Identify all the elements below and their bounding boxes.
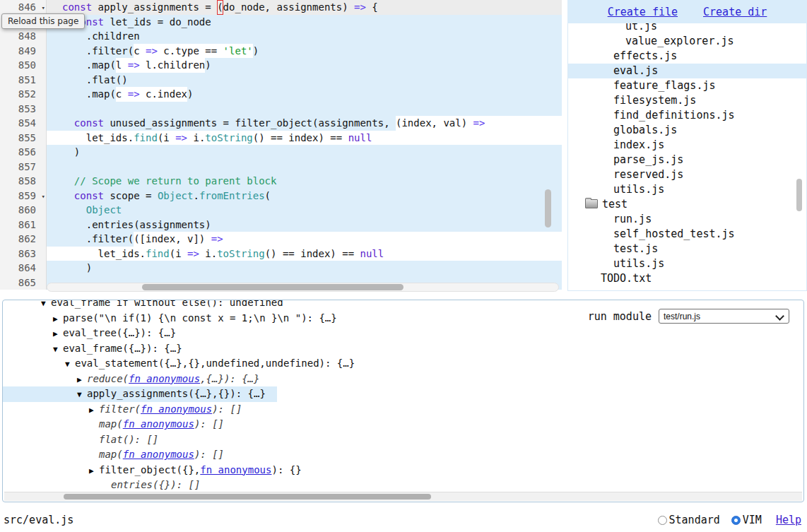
code-text[interactable]: .filter(c => c.type == 'let') <box>47 44 562 59</box>
code-line[interactable]: 864 ) <box>0 261 562 276</box>
fn-anonymous-link[interactable]: fn anonymous <box>123 418 194 430</box>
code-line[interactable]: 852 .map(c => c.index) <box>0 87 562 102</box>
fold-marker-icon[interactable]: ▾ <box>42 189 45 204</box>
file-item[interactable]: parse_js.js <box>568 153 806 167</box>
radio-vim[interactable] <box>731 516 741 525</box>
code-line[interactable]: 859▾ const scope = Object.fromEntries( <box>0 189 562 203</box>
code-text[interactable]: .filter(([index, v]) => <box>47 232 562 247</box>
file-item[interactable]: index.js <box>568 138 806 153</box>
code-text[interactable] <box>47 160 562 175</box>
file-item[interactable]: effects.js <box>568 49 806 64</box>
expand-icon[interactable]: ▶ <box>53 326 63 342</box>
code-line[interactable]: 849 .filter(c => c.type == 'let') <box>0 44 562 59</box>
code-line[interactable]: 860 Object <box>0 203 562 218</box>
call-tree-row[interactable]: ▶filter(fn anonymous): [] <box>3 402 253 418</box>
radio-standard[interactable] <box>658 516 667 525</box>
code-editor[interactable]: 846▾const apply_assignments = (do_node, … <box>0 0 562 295</box>
run-module-select[interactable]: test/run.js <box>659 309 789 324</box>
code-line[interactable]: 846▾const apply_assignments = (do_node, … <box>0 0 562 15</box>
code-text[interactable]: const scope = Object.fromEntries( <box>47 189 562 203</box>
code-line[interactable]: 863 let_ids.find(i => i.toString() == in… <box>0 247 562 261</box>
fn-anonymous-link[interactable]: fn anonymous <box>141 403 212 415</box>
call-tree-row[interactable]: ▼apply_assignments({…},{}): {…} <box>3 386 277 402</box>
call-tree-row[interactable]: entries({}): [] <box>3 478 211 493</box>
create-dir-link[interactable]: Create dir <box>703 6 767 18</box>
file-item[interactable]: find_definitions.js <box>568 108 806 123</box>
file-item[interactable]: TODO.txt <box>568 271 806 286</box>
collapse-icon[interactable]: ▼ <box>53 342 63 357</box>
file-item[interactable]: value_explorer.js <box>568 34 806 49</box>
expand-icon[interactable]: ▶ <box>89 463 99 479</box>
code-text[interactable]: .map(l => l.children) <box>47 58 562 73</box>
code-line[interactable]: 853 <box>0 102 562 117</box>
code-text[interactable]: .children <box>47 29 562 44</box>
file-item[interactable]: utils.js <box>568 256 806 271</box>
code-line[interactable]: 861 .entries(assignments) <box>0 218 562 232</box>
file-item[interactable]: feature_flags.js <box>568 78 806 93</box>
file-panel-scrollbar-thumb[interactable] <box>796 179 802 211</box>
expand-icon[interactable]: ▶ <box>89 403 99 418</box>
code-text[interactable]: ) <box>47 145 562 160</box>
code-line[interactable]: 856 ) <box>0 145 562 160</box>
code-text[interactable]: let_ids.find(i => i.toString() == index)… <box>47 247 562 261</box>
radio-standard-label[interactable]: Standard <box>669 514 720 526</box>
code-token: c.index <box>140 87 187 102</box>
call-tree-row[interactable]: ▼eval_statement({…},{},undefined,undefin… <box>3 356 366 372</box>
code-line[interactable]: 848 .children <box>0 29 562 44</box>
file-item[interactable]: self_hosted_test.js <box>568 227 806 242</box>
code-text[interactable]: .map(c => c.index) <box>47 87 562 102</box>
call-tree-horizontal-scrollbar-thumb[interactable] <box>64 494 431 500</box>
fn-anonymous-link[interactable]: fn anonymous <box>200 464 271 475</box>
file-item[interactable]: ut.js <box>568 23 806 34</box>
call-tree-row[interactable]: map(fn anonymous): [] <box>3 417 235 432</box>
call-tree-row[interactable]: ▼eval_frame if without else(): undefined <box>3 300 295 311</box>
expand-icon[interactable]: ▶ <box>77 372 87 388</box>
radio-vim-label[interactable]: VIM <box>743 514 762 526</box>
create-file-link[interactable]: Create file <box>608 6 678 18</box>
code-text[interactable]: const unused_assignments = filter_object… <box>47 116 562 131</box>
file-item[interactable]: reserved.js <box>568 167 806 182</box>
code-text[interactable]: const let_ids = do_node <box>47 15 562 30</box>
code-text[interactable]: .flat() <box>47 73 562 88</box>
editor-vertical-scrollbar-thumb[interactable] <box>545 189 551 227</box>
call-tree-row[interactable]: ▼eval_frame({…}): {…} <box>3 341 194 357</box>
code-text[interactable] <box>47 102 562 117</box>
code-line[interactable]: 858 // Scope we return to parent block <box>0 174 562 189</box>
call-tree-row[interactable]: ▶eval_tree({…}): {…} <box>3 326 187 341</box>
fn-anonymous-link[interactable]: fn anonymous <box>129 373 200 384</box>
editor-horizontal-scrollbar-thumb[interactable] <box>142 284 404 290</box>
code-line[interactable]: 854 const unused_assignments = filter_ob… <box>0 116 562 131</box>
collapse-icon[interactable]: ▼ <box>41 300 51 312</box>
help-link[interactable]: Help <box>776 514 801 526</box>
file-item[interactable]: filesystem.js <box>568 93 806 108</box>
code-text[interactable]: // Scope we return to parent block <box>47 174 562 189</box>
editor-horizontal-scrollbar[interactable] <box>47 283 559 292</box>
file-item[interactable]: utils.js <box>568 182 806 197</box>
code-text[interactable]: let_ids.find(i => i.toString() == index)… <box>47 131 562 146</box>
file-item[interactable]: test.js <box>568 242 806 256</box>
expand-icon[interactable]: ▶ <box>53 312 63 327</box>
file-tree[interactable]: ut.jsvalue_explorer.jseffects.jseval.jsf… <box>567 23 807 291</box>
collapse-icon[interactable]: ▼ <box>65 357 75 372</box>
fn-anonymous-link[interactable]: fn anonymous <box>123 449 194 460</box>
dir-item[interactable]: test <box>568 197 806 212</box>
code-line[interactable]: 862 .filter(([index, v]) => <box>0 232 562 247</box>
call-tree-row[interactable]: ▶parse("\n if(1) {\n const x = 1;\n }\n … <box>3 311 348 326</box>
code-line[interactable]: 857 <box>0 160 562 175</box>
code-line[interactable]: 850 .map(l => l.children) <box>0 58 562 73</box>
call-tree-row[interactable]: ▶filter_object({},fn anonymous): {} <box>3 463 313 478</box>
code-text[interactable]: ) <box>47 261 562 276</box>
collapse-icon[interactable]: ▼ <box>77 387 87 403</box>
code-text[interactable]: .entries(assignments) <box>47 218 562 232</box>
file-item[interactable]: run.js <box>568 212 806 227</box>
file-item[interactable]: eval.js <box>568 64 806 78</box>
code-line[interactable]: 851 .flat() <box>0 73 562 88</box>
code-text[interactable]: Object <box>47 203 562 218</box>
code-text[interactable]: const apply_assignments = (do_node, assi… <box>47 0 562 15</box>
call-tree-row[interactable]: ▶reduce(fn anonymous,{…}): {…} <box>3 372 271 387</box>
file-item[interactable]: globals.js <box>568 123 806 138</box>
code-line[interactable]: 855 let_ids.find(i => i.toString() == in… <box>0 131 562 146</box>
call-tree-row[interactable]: map(fn anonymous): [] <box>3 447 235 463</box>
call-tree-horizontal-scrollbar[interactable] <box>4 492 802 501</box>
call-tree-row[interactable]: flat(): [] <box>3 432 170 448</box>
